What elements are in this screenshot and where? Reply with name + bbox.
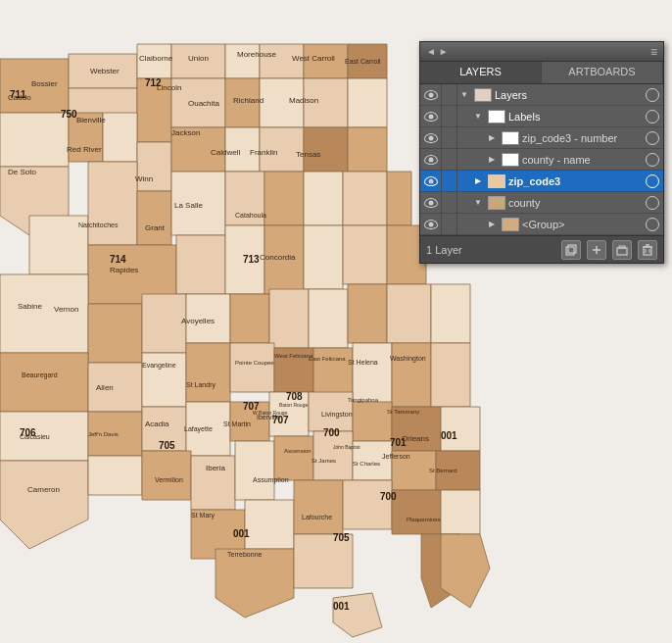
svg-text:705: 705: [159, 440, 175, 451]
circle-county-name: [646, 153, 659, 167]
expand-zip-number[interactable]: ▶: [485, 133, 499, 142]
svg-text:707: 707: [272, 415, 289, 425]
svg-text:Richland: Richland: [233, 96, 264, 105]
svg-marker-27: [137, 191, 171, 245]
svg-marker-85: [392, 490, 441, 534]
delete-layer-btn[interactable]: [638, 240, 657, 260]
svg-text:Grant: Grant: [145, 223, 166, 232]
panel-tabs: LAYERS ARTBOARDS: [420, 62, 663, 84]
svg-text:Franklin: Franklin: [250, 148, 277, 157]
svg-text:Jeff'n Davis: Jeff'n Davis: [88, 431, 119, 437]
lock-zip-number[interactable]: [442, 127, 457, 149]
layers-panel: ◄ ► ≡ LAYERS ARTBOARDS ▼ Layers: [419, 41, 664, 264]
new-sublayer-btn[interactable]: [587, 240, 606, 260]
eye-county-name[interactable]: [420, 149, 442, 171]
svg-text:Winn: Winn: [135, 174, 153, 183]
svg-text:750: 750: [61, 109, 77, 120]
svg-marker-86: [441, 490, 480, 534]
svg-text:Vermilion: Vermilion: [155, 476, 183, 483]
svg-rect-173: [566, 247, 574, 255]
tab-layers[interactable]: LAYERS: [420, 62, 542, 83]
lock-layers[interactable]: [442, 84, 457, 106]
svg-marker-33: [387, 172, 411, 225]
svg-text:Terrebonne: Terrebonne: [227, 551, 263, 558]
svg-marker-91: [333, 593, 382, 637]
lock-labels[interactable]: [442, 106, 457, 127]
lock-group[interactable]: [442, 214, 457, 235]
svg-text:East Feliciana: East Feliciana: [309, 356, 346, 362]
svg-text:St Tammany: St Tammany: [387, 409, 419, 415]
layer-name-group: <Group>: [522, 219, 646, 230]
eye-icon-zip-number: [424, 133, 438, 143]
new-layer-from-selection-btn[interactable]: [561, 240, 581, 260]
layer-row-layers[interactable]: ▼ Layers: [420, 84, 663, 106]
svg-marker-54: [186, 343, 230, 402]
expand-layers[interactable]: ▼: [457, 90, 471, 99]
circle-group: [646, 218, 659, 231]
eye-zip-code3[interactable]: [420, 171, 442, 192]
svg-text:Natchitoches: Natchitoches: [78, 222, 119, 228]
panel-collapse-left[interactable]: ◄ ►: [426, 46, 449, 57]
tab-artboards[interactable]: ARTBOARDS: [542, 62, 663, 83]
lock-county-name[interactable]: [442, 149, 457, 171]
eye-group[interactable]: [420, 214, 442, 235]
svg-marker-50: [431, 284, 470, 343]
lock-county[interactable]: [442, 192, 457, 214]
eye-labels[interactable]: [420, 106, 442, 127]
svg-text:St Helena: St Helena: [348, 359, 378, 366]
circle-labels: [646, 110, 659, 124]
svg-text:705: 705: [333, 532, 350, 543]
eye-county[interactable]: [420, 192, 442, 214]
svg-marker-70: [441, 407, 480, 451]
expand-county[interactable]: ▼: [471, 198, 485, 207]
thumb-group: [502, 218, 519, 231]
layer-list: ▼ Layers ▼ Labels ▶ zip_code3: [420, 84, 663, 235]
eye-layers[interactable]: [420, 84, 442, 106]
circle-county: [646, 196, 659, 210]
expand-zip-code3[interactable]: ▶: [471, 176, 485, 185]
circle-zip-code3: [646, 174, 659, 188]
expand-group[interactable]: ▶: [485, 220, 499, 228]
expand-labels[interactable]: ▼: [471, 112, 485, 121]
svg-marker-19: [137, 142, 171, 191]
circle-layers: [646, 88, 659, 102]
expand-county-name[interactable]: ▶: [485, 155, 499, 164]
layer-name-zip-number: zip_code3 - number: [522, 132, 646, 144]
svg-rect-178: [619, 246, 625, 248]
panel-menu-icon[interactable]: ≡: [650, 45, 657, 59]
svg-marker-35: [176, 235, 225, 294]
svg-marker-60: [431, 343, 470, 407]
svg-text:700: 700: [323, 427, 340, 438]
svg-text:Plaquemines: Plaquemines: [407, 517, 441, 522]
svg-text:Allen: Allen: [96, 383, 114, 392]
thumb-layers: [474, 88, 492, 102]
svg-text:Jackson: Jackson: [171, 128, 200, 137]
svg-text:Bossier: Bossier: [31, 79, 58, 88]
svg-text:Webster: Webster: [90, 67, 120, 75]
layer-row-group[interactable]: ▶ <Group>: [420, 214, 663, 235]
svg-marker-47: [309, 289, 348, 348]
svg-text:Pointe Coupee: Pointe Coupee: [235, 360, 274, 366]
svg-text:St Mary: St Mary: [191, 512, 216, 519]
svg-marker-83: [294, 480, 343, 534]
layer-row-county-name[interactable]: ▶ county - name: [420, 149, 663, 171]
svg-text:Acadia: Acadia: [145, 420, 169, 428]
layer-row-labels[interactable]: ▼ Labels: [420, 106, 663, 127]
svg-text:001: 001: [233, 528, 250, 539]
svg-marker-72: [88, 456, 142, 495]
circle-zip-number: [646, 131, 659, 145]
lock-zip-code3[interactable]: [442, 171, 457, 192]
svg-text:Morehouse: Morehouse: [237, 50, 277, 59]
layer-row-county[interactable]: ▼ county: [420, 192, 663, 214]
layer-row-zip-number[interactable]: ▶ zip_code3 - number: [420, 127, 663, 149]
svg-marker-76: [274, 436, 313, 480]
eye-zip-number[interactable]: [420, 127, 442, 149]
panel-titlebar: ◄ ► ≡: [420, 42, 663, 62]
layer-name-county-name: county - name: [522, 154, 646, 166]
svg-text:St Bernard: St Bernard: [429, 468, 457, 473]
svg-marker-30: [264, 172, 304, 225]
layer-row-zip-code3[interactable]: ▶ zip_code3: [420, 171, 663, 192]
new-layer-btn[interactable]: [612, 240, 632, 260]
layer-name-labels: Labels: [508, 111, 646, 123]
svg-text:La Salle: La Salle: [174, 201, 203, 210]
